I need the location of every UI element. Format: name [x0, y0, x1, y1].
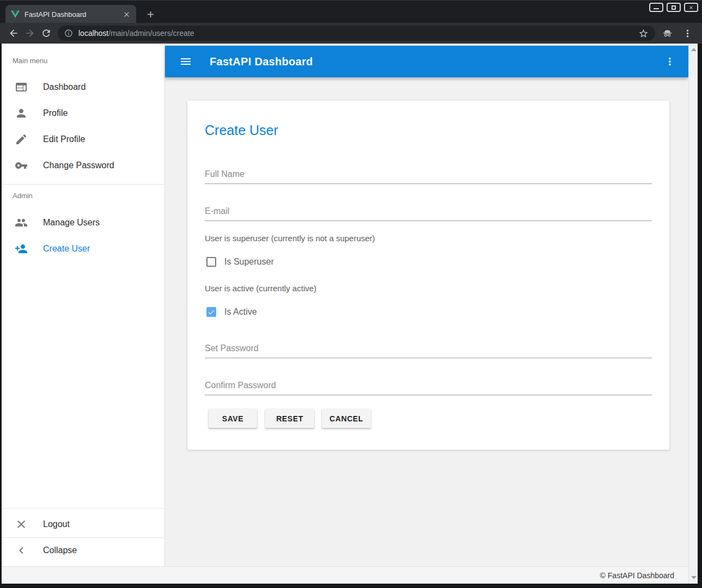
key-icon — [15, 159, 28, 172]
group-icon — [15, 216, 28, 229]
sidebar-item-change-password[interactable]: Change Password — [2, 152, 164, 179]
full-name-field[interactable] — [205, 164, 652, 184]
sidebar: Main menu Dashboard Profile Edit Profile… — [2, 44, 165, 566]
superuser-checkbox-label: Is Superuser — [224, 257, 274, 267]
sidebar-item-edit-profile[interactable]: Edit Profile — [2, 126, 164, 152]
sidebar-divider — [2, 508, 164, 509]
set-password-field[interactable] — [205, 339, 652, 358]
tab-strip: FastAPI Dashboard — [0, 0, 702, 23]
superuser-checkbox[interactable] — [206, 257, 216, 267]
page-footer: © FastAPI Dashboard — [2, 566, 688, 584]
hamburger-icon — [179, 55, 192, 68]
window-controls — [649, 3, 698, 12]
sidebar-item-label: Dashboard — [43, 82, 86, 92]
pencil-icon — [15, 133, 28, 146]
toolbar-right — [662, 28, 693, 39]
cancel-button[interactable]: CANCEL — [322, 409, 371, 428]
person-add-icon — [15, 242, 28, 255]
sidebar-section-admin: Admin — [13, 192, 33, 200]
vue-favicon-icon — [11, 10, 20, 19]
url-text: localhost/main/admin/users/create — [78, 29, 633, 38]
forward-button[interactable] — [22, 25, 38, 41]
sidebar-item-label: Create User — [43, 244, 90, 254]
maximize-button[interactable] — [667, 3, 681, 12]
browser-toolbar: localhost/main/admin/users/create — [0, 23, 702, 44]
dashboard-icon — [15, 81, 28, 94]
back-icon — [8, 28, 19, 39]
browser-tab[interactable]: FastAPI Dashboard — [5, 5, 136, 23]
minimize-button[interactable] — [649, 3, 663, 12]
sidebar-divider — [2, 184, 164, 185]
active-checkbox[interactable] — [206, 307, 216, 317]
sidebar-item-label: Logout — [43, 519, 70, 529]
browser-menu-button[interactable] — [682, 28, 693, 39]
close-icon — [688, 5, 694, 10]
scroll-down-icon[interactable] — [691, 576, 697, 579]
close-button[interactable] — [684, 3, 698, 12]
forward-icon — [25, 28, 35, 39]
sidebar-section-main-menu: Main menu — [13, 57, 47, 65]
superuser-hint: User is superuser (currently is not a su… — [205, 234, 375, 243]
site-info-icon[interactable] — [64, 29, 73, 38]
reload-button[interactable] — [38, 25, 54, 41]
copyright-text: © FastAPI Dashboard — [600, 571, 674, 580]
tab-close-icon[interactable] — [123, 10, 131, 19]
hamburger-menu-button[interactable] — [179, 55, 192, 68]
create-user-card: Create User User is superuser (currently… — [187, 101, 669, 450]
sidebar-item-collapse[interactable]: Collapse — [2, 537, 164, 564]
browser-window: FastAPI Dashboard localhost/m — [0, 0, 702, 588]
app-title: FastAPI Dashboard — [210, 56, 313, 68]
kebab-menu-icon — [682, 28, 693, 39]
new-tab-button[interactable] — [143, 7, 157, 21]
person-icon — [15, 107, 28, 120]
appbar-menu-button[interactable] — [663, 55, 676, 68]
sidebar-item-label: Profile — [43, 108, 68, 118]
active-checkbox-label: Is Active — [224, 307, 257, 317]
active-hint: User is active (currently active) — [205, 284, 316, 293]
app-bar: FastAPI Dashboard — [165, 46, 688, 77]
sidebar-item-create-user[interactable]: Create User — [2, 236, 164, 262]
url-host: localhost — [78, 29, 108, 38]
active-checkbox-row[interactable]: Is Active — [206, 306, 257, 318]
superuser-checkbox-row[interactable]: Is Superuser — [206, 256, 274, 268]
address-bar[interactable]: localhost/main/admin/users/create — [58, 26, 655, 41]
back-button[interactable] — [5, 25, 22, 41]
reload-icon — [41, 28, 52, 39]
page-title: Create User — [205, 122, 278, 138]
sidebar-item-label: Manage Users — [43, 218, 100, 228]
incognito-icon — [662, 28, 673, 39]
reset-button[interactable]: RESET — [265, 409, 314, 428]
email-field[interactable] — [205, 201, 652, 221]
sidebar-item-profile[interactable]: Profile — [2, 100, 164, 126]
close-x-icon — [15, 518, 28, 531]
sidebar-item-logout[interactable]: Logout — [2, 511, 164, 537]
scroll-up-icon[interactable] — [691, 48, 697, 51]
chevron-left-icon — [15, 544, 28, 557]
minimize-icon — [654, 8, 659, 9]
sidebar-item-label: Collapse — [43, 546, 77, 555]
kebab-menu-icon — [664, 56, 676, 68]
check-icon — [207, 308, 215, 316]
maximize-icon — [672, 5, 676, 10]
sidebar-item-label: Edit Profile — [43, 134, 85, 144]
tab-title: FastAPI Dashboard — [25, 10, 118, 19]
sidebar-item-dashboard[interactable]: Dashboard — [2, 74, 164, 100]
save-button[interactable]: SAVE — [209, 409, 257, 428]
sidebar-item-manage-users[interactable]: Manage Users — [2, 210, 164, 236]
confirm-password-field[interactable] — [205, 376, 652, 395]
url-path: /main/admin/users/create — [108, 29, 194, 38]
bookmark-star-icon[interactable] — [638, 28, 649, 39]
page-scrollbar[interactable] — [688, 44, 698, 584]
sidebar-item-label: Change Password — [43, 161, 114, 170]
